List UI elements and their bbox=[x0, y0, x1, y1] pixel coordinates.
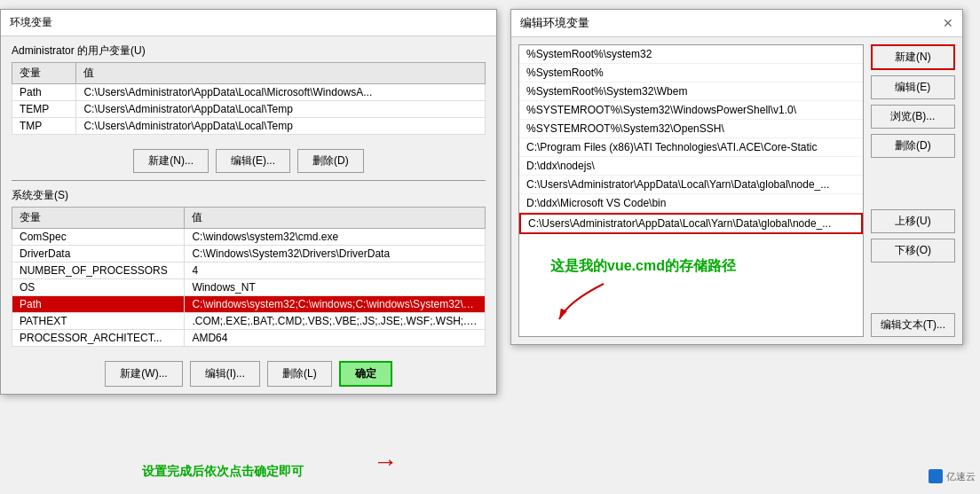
edit-title-text: 编辑环境变量 bbox=[520, 15, 589, 31]
path-list-item[interactable]: C:\Program Files (x86)\ATI Technologies\… bbox=[519, 138, 863, 157]
path-list-item[interactable]: %SystemRoot%\System32\Wbem bbox=[519, 82, 863, 101]
sys-table-row[interactable]: ComSpecC:\windows\system32\cmd.exe bbox=[12, 229, 486, 246]
watermark-text: 亿速云 bbox=[946, 470, 976, 483]
system-variables-section: 系统变量(S) 变量 值 ComSpecC:\windows\system32\… bbox=[1, 181, 496, 354]
sys-table-row[interactable]: PATHEXT.COM;.EXE;.BAT;.CMD;.VBS;.VBE;.JS… bbox=[12, 313, 486, 330]
browse-button[interactable]: 浏览(B)... bbox=[871, 105, 955, 129]
user-var-name: TMP bbox=[12, 118, 76, 135]
user-var-value: C:\Users\Administrator\AppData\Local\Mic… bbox=[76, 84, 486, 101]
sys-var-value: AMD64 bbox=[185, 330, 486, 347]
sys-table-row[interactable]: OSWindows_NT bbox=[12, 279, 486, 296]
sys-new-button[interactable]: 新建(W)... bbox=[105, 361, 182, 387]
path-list-item[interactable]: %SYSTEMROOT%\System32\WindowsPowerShell\… bbox=[519, 101, 863, 120]
user-delete-button[interactable]: 删除(D) bbox=[297, 149, 364, 173]
sys-edit-button[interactable]: 编辑(I)... bbox=[190, 361, 260, 387]
user-col-variable: 变量 bbox=[12, 63, 76, 84]
edit-content-area: %SystemRoot%\system32%SystemRoot%%System… bbox=[511, 37, 962, 344]
delete-path-button[interactable]: 删除(D) bbox=[871, 134, 955, 158]
sys-var-name: NUMBER_OF_PROCESSORS bbox=[12, 263, 185, 279]
sys-table-row[interactable]: NUMBER_OF_PROCESSORS4 bbox=[12, 263, 486, 279]
edit-action-buttons: 新建(N) 编辑(E) 浏览(B)... 删除(D) 上移(U) 下移(O) 编… bbox=[871, 44, 955, 337]
user-var-value: C:\Users\Administrator\AppData\Local\Tem… bbox=[76, 118, 486, 135]
sys-col-variable: 变量 bbox=[12, 208, 185, 229]
sys-var-name: PROCESSOR_ARCHITECT... bbox=[12, 330, 185, 347]
dialog-title: 环境变量 bbox=[10, 15, 52, 30]
edit-text-button[interactable]: 编辑文本(T)... bbox=[871, 313, 955, 337]
user-edit-button[interactable]: 编辑(E)... bbox=[216, 149, 290, 173]
edit-env-dialog: 编辑环境变量 ✕ %SystemRoot%\system32%SystemRoo… bbox=[510, 9, 963, 345]
user-table-row[interactable]: TMPC:\Users\Administrator\AppData\Local\… bbox=[12, 118, 486, 135]
new-path-button[interactable]: 新建(N) bbox=[871, 44, 955, 70]
path-list-item[interactable]: %SystemRoot%\system32 bbox=[519, 45, 863, 64]
bottom-arrow-icon: → bbox=[373, 448, 398, 476]
path-list-item[interactable]: D:\ddx\nodejs\ bbox=[519, 157, 863, 176]
user-variables-table: 变量 值 PathC:\Users\Administrator\AppData\… bbox=[12, 62, 486, 135]
user-table-row[interactable]: PathC:\Users\Administrator\AppData\Local… bbox=[12, 84, 486, 101]
path-list-item[interactable]: C:\Users\Administrator\AppData\Local\Yar… bbox=[519, 176, 863, 194]
user-var-value: C:\Users\Administrator\AppData\Local\Tem… bbox=[76, 101, 486, 118]
sys-var-value: Windows_NT bbox=[185, 279, 486, 296]
edit-dialog-title: 编辑环境变量 ✕ bbox=[511, 10, 962, 37]
path-list[interactable]: %SystemRoot%\system32%SystemRoot%%System… bbox=[518, 44, 864, 337]
user-buttons-row: 新建(N)... 编辑(E)... 删除(D) bbox=[1, 142, 496, 180]
user-col-value: 值 bbox=[76, 63, 486, 84]
sys-var-name: Path bbox=[12, 296, 185, 313]
close-button[interactable]: ✕ bbox=[943, 16, 953, 30]
user-section-label: Administrator 的用户变量(U) bbox=[12, 43, 486, 59]
sys-delete-button[interactable]: 删除(L) bbox=[267, 361, 332, 387]
env-variables-dialog: 环境变量 Administrator 的用户变量(U) 变量 值 PathC:\… bbox=[0, 9, 497, 395]
user-new-button[interactable]: 新建(N)... bbox=[133, 149, 209, 173]
sys-table-row[interactable]: DriverDataC:\Windows\System32\Drivers\Dr… bbox=[12, 246, 486, 263]
path-list-item[interactable]: %SYSTEMROOT%\System32\OpenSSH\ bbox=[519, 120, 863, 138]
watermark-icon bbox=[929, 469, 943, 483]
sys-var-value: C:\windows\system32\cmd.exe bbox=[185, 229, 486, 246]
sys-var-value: C:\windows\system32;C:\windows;C:\window… bbox=[185, 296, 486, 313]
sys-table-row[interactable]: PROCESSOR_ARCHITECT...AMD64 bbox=[12, 330, 486, 347]
ok-button[interactable]: 确定 bbox=[339, 361, 392, 387]
sys-var-value: 4 bbox=[185, 263, 486, 279]
user-variables-section: Administrator 的用户变量(U) 变量 值 PathC:\Users… bbox=[1, 36, 496, 142]
path-list-item[interactable]: C:\Users\Administrator\AppData\Local\Yar… bbox=[519, 213, 863, 234]
user-table-row[interactable]: TEMPC:\Users\Administrator\AppData\Local… bbox=[12, 101, 486, 118]
user-var-name: TEMP bbox=[12, 101, 76, 118]
move-up-button[interactable]: 上移(U) bbox=[871, 209, 955, 233]
sys-col-value: 值 bbox=[185, 208, 486, 229]
sys-var-name: ComSpec bbox=[12, 229, 185, 246]
watermark: 亿速云 bbox=[929, 469, 976, 483]
sys-var-name: OS bbox=[12, 279, 185, 296]
dialog-titlebar: 环境变量 bbox=[1, 10, 496, 36]
path-list-item[interactable]: D:\ddx\Microsoft VS Code\bin bbox=[519, 194, 863, 213]
sys-var-value: .COM;.EXE;.BAT;.CMD;.VBS;.VBE;.JS;.JSE;.… bbox=[185, 313, 486, 330]
system-variables-table: 变量 值 ComSpecC:\windows\system32\cmd.exeD… bbox=[12, 207, 486, 347]
edit-path-button[interactable]: 编辑(E) bbox=[871, 75, 955, 99]
system-section-label: 系统变量(S) bbox=[12, 188, 486, 203]
sys-var-name: PATHEXT bbox=[12, 313, 185, 330]
path-list-item[interactable]: %SystemRoot% bbox=[519, 64, 863, 82]
sys-var-value: C:\Windows\System32\Drivers\DriverData bbox=[185, 246, 486, 263]
move-down-button[interactable]: 下移(O) bbox=[871, 239, 955, 263]
user-var-name: Path bbox=[12, 84, 76, 101]
sys-var-name: DriverData bbox=[12, 246, 185, 263]
bottom-annotation: 设置完成后依次点击确定即可 bbox=[142, 464, 304, 480]
sys-table-row[interactable]: PathC:\windows\system32;C:\windows;C:\wi… bbox=[12, 296, 486, 313]
system-buttons-row: 新建(W)... 编辑(I)... 删除(L) 确定 bbox=[1, 354, 496, 394]
